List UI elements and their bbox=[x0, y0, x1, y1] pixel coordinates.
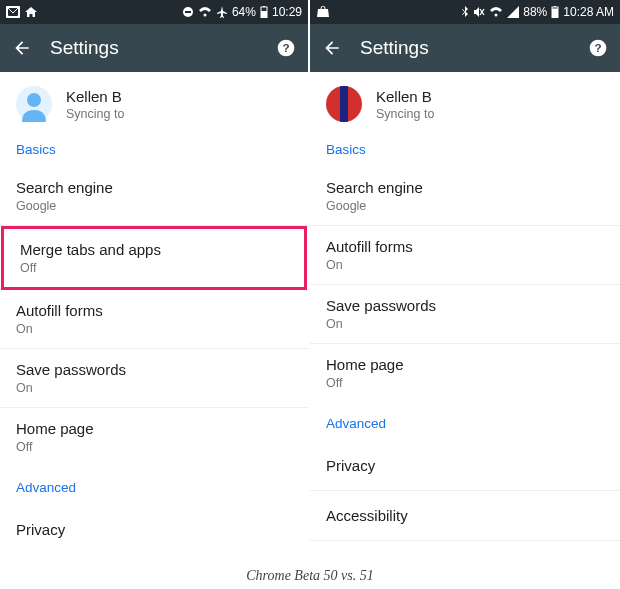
row-label: Save passwords bbox=[16, 361, 292, 378]
account-sync-status: Syncing to bbox=[66, 107, 124, 121]
row-label: Search engine bbox=[16, 179, 292, 196]
account-name: Kellen B bbox=[66, 88, 124, 105]
section-advanced: Advanced bbox=[310, 402, 620, 441]
row-autofill[interactable]: Autofill forms On bbox=[0, 290, 308, 349]
row-value: Off bbox=[20, 261, 288, 275]
battery-icon bbox=[260, 6, 268, 18]
row-accessibility[interactable]: Accessibility bbox=[310, 491, 620, 541]
app-bar: Settings ? bbox=[310, 24, 620, 72]
back-icon[interactable] bbox=[322, 38, 342, 58]
row-privacy[interactable]: Privacy bbox=[0, 505, 308, 554]
voicemail-icon bbox=[6, 6, 20, 18]
page-title: Settings bbox=[360, 37, 570, 59]
svg-rect-7 bbox=[261, 11, 267, 18]
battery-percent: 88% bbox=[523, 5, 547, 19]
row-value: Google bbox=[326, 199, 604, 213]
row-label: Home page bbox=[16, 420, 292, 437]
help-icon[interactable]: ? bbox=[276, 38, 296, 58]
row-search-engine[interactable]: Search engine Google bbox=[0, 167, 308, 226]
caption: Chrome Beta 50 vs. 51 bbox=[0, 554, 620, 589]
row-label: Autofill forms bbox=[16, 302, 292, 319]
row-search-engine[interactable]: Search engine Google bbox=[310, 167, 620, 226]
clock-text: 10:29 bbox=[272, 5, 302, 19]
svg-rect-15 bbox=[554, 6, 556, 7]
battery-percent: 64% bbox=[232, 5, 256, 19]
row-label: Home page bbox=[326, 356, 604, 373]
row-save-passwords[interactable]: Save passwords On bbox=[0, 349, 308, 408]
row-value: On bbox=[16, 381, 292, 395]
svg-text:?: ? bbox=[594, 41, 601, 54]
row-label: Merge tabs and apps bbox=[20, 241, 288, 258]
account-name: Kellen B bbox=[376, 88, 434, 105]
row-label: Search engine bbox=[326, 179, 604, 196]
row-value: On bbox=[326, 258, 604, 272]
row-value: Off bbox=[16, 440, 292, 454]
app-bar: Settings ? bbox=[0, 24, 308, 72]
store-icon bbox=[316, 6, 330, 18]
battery-icon bbox=[551, 6, 559, 18]
row-value: Google bbox=[16, 199, 292, 213]
account-row[interactable]: Kellen B Syncing to bbox=[310, 72, 620, 136]
svg-point-13 bbox=[495, 14, 498, 17]
section-basics: Basics bbox=[310, 136, 620, 167]
svg-point-10 bbox=[27, 93, 41, 107]
row-value: On bbox=[326, 317, 604, 331]
account-row[interactable]: Kellen B Syncing to bbox=[0, 72, 308, 136]
avatar bbox=[16, 86, 52, 122]
svg-rect-6 bbox=[263, 6, 265, 7]
row-label: Autofill forms bbox=[326, 238, 604, 255]
highlight-merge-tabs: Merge tabs and apps Off bbox=[1, 226, 307, 290]
row-merge-tabs[interactable]: Merge tabs and apps Off bbox=[4, 229, 304, 287]
home-icon bbox=[24, 6, 38, 18]
account-sync-status: Syncing to bbox=[376, 107, 434, 121]
row-value: Off bbox=[326, 376, 604, 390]
signal-icon bbox=[507, 6, 519, 18]
row-label: Save passwords bbox=[326, 297, 604, 314]
bluetooth-icon bbox=[461, 6, 469, 18]
avatar bbox=[326, 86, 362, 122]
row-label: Accessibility bbox=[326, 503, 604, 528]
svg-text:?: ? bbox=[282, 41, 289, 54]
clock-text: 10:28 AM bbox=[563, 5, 614, 19]
back-icon[interactable] bbox=[12, 38, 32, 58]
svg-point-4 bbox=[203, 14, 206, 17]
row-save-passwords[interactable]: Save passwords On bbox=[310, 285, 620, 344]
wifi-icon bbox=[198, 6, 212, 18]
page-title: Settings bbox=[50, 37, 258, 59]
svg-rect-16 bbox=[552, 9, 558, 19]
status-bar: 64% 10:29 bbox=[0, 0, 308, 24]
row-autofill[interactable]: Autofill forms On bbox=[310, 226, 620, 285]
svg-rect-3 bbox=[185, 11, 191, 13]
wifi-icon bbox=[489, 6, 503, 18]
airplane-icon bbox=[216, 6, 228, 18]
dnd-icon bbox=[182, 6, 194, 18]
help-icon[interactable]: ? bbox=[588, 38, 608, 58]
section-basics: Basics bbox=[0, 136, 308, 167]
row-label: Privacy bbox=[16, 517, 292, 542]
screenshot-right: 88% 10:28 AM Settings ? Kell bbox=[310, 0, 620, 554]
row-value: On bbox=[16, 322, 292, 336]
status-bar: 88% 10:28 AM bbox=[310, 0, 620, 24]
row-home-page[interactable]: Home page Off bbox=[310, 344, 620, 402]
row-home-page[interactable]: Home page Off bbox=[0, 408, 308, 466]
screenshot-left: 64% 10:29 Settings ? Kellen bbox=[0, 0, 310, 554]
row-privacy[interactable]: Privacy bbox=[310, 441, 620, 491]
mute-icon bbox=[473, 6, 485, 18]
row-label: Privacy bbox=[326, 453, 604, 478]
section-advanced: Advanced bbox=[0, 466, 308, 505]
